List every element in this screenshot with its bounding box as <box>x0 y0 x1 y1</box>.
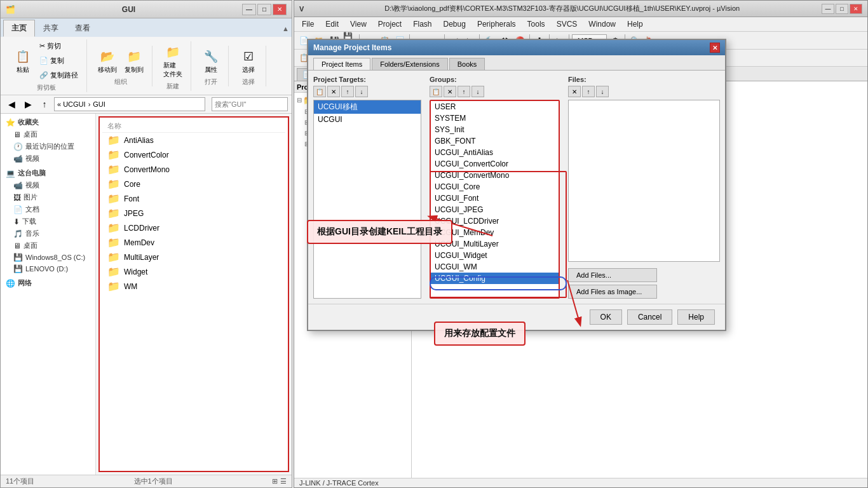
menu-help[interactable]: Help <box>622 18 648 30</box>
copy-button[interactable]: 📄 复制 <box>36 54 81 67</box>
add-files-button[interactable]: Add Files... <box>568 268 657 282</box>
del-group-btn[interactable]: ✕ <box>444 86 456 97</box>
target-item-ucgui-plant[interactable]: UCGUI移植 <box>314 100 421 114</box>
sidebar-item-mdesktop[interactable]: 🖥 桌面 <box>1 240 95 252</box>
menu-file[interactable]: File <box>297 18 319 30</box>
move-to-button[interactable]: 📂 移动到 <box>95 46 120 76</box>
del-target-btn[interactable]: ✕ <box>327 86 340 97</box>
list-item-memdev[interactable]: 📁 MemDev <box>102 235 285 250</box>
sidebar-item-desktop[interactable]: 🖥 桌面 <box>1 128 95 140</box>
up-file-btn[interactable]: ↑ <box>582 86 595 97</box>
list-item-lcddriver[interactable]: 📁 LCDDriver <box>102 220 285 235</box>
group-item-wm[interactable]: UCGUI_WM <box>431 261 559 273</box>
close-button[interactable]: ✕ <box>273 4 287 15</box>
network-header[interactable]: 🌐 网络 <box>1 277 95 289</box>
tab-share[interactable]: 共享 <box>35 20 67 37</box>
address-path[interactable]: « UCGUI › GUI <box>54 97 205 111</box>
forward-button[interactable]: ▶ <box>21 97 35 111</box>
up-target-btn[interactable]: ↑ <box>341 86 354 97</box>
group-item-jpeg[interactable]: UCGUI_JPEG <box>431 204 559 215</box>
list-item-convertmono[interactable]: 📁 ConvertMono <box>102 162 285 177</box>
group-item-config[interactable]: UCGUI_Config <box>431 273 559 284</box>
cancel-button[interactable]: Cancel <box>627 309 672 325</box>
dialog-tabs: Project Items Folders/Extensions Books <box>308 55 725 71</box>
list-view-icon[interactable]: ☰ <box>280 477 287 485</box>
list-item-font[interactable]: 📁 Font <box>102 191 285 206</box>
add-group-btn[interactable]: 📋 <box>430 86 442 97</box>
list-item-antialias[interactable]: 📁 AntiAlias <box>102 133 285 147</box>
add-files-image-button[interactable]: Add Files as Image... <box>568 285 657 299</box>
down-group-btn[interactable]: ↓ <box>471 86 484 97</box>
uv-maximize-button[interactable]: □ <box>836 4 848 14</box>
sidebar-item-ddrive[interactable]: 💾 LENOVO (D:) <box>1 263 95 274</box>
sidebar-item-pictures[interactable]: 🖼 图片 <box>1 191 95 203</box>
cut-button[interactable]: ✂ 剪切 <box>36 39 81 53</box>
list-item-convertcolor[interactable]: 📁 ConvertColor <box>102 147 285 162</box>
target-item-ucgui[interactable]: UCGUI <box>314 114 421 125</box>
up-button[interactable]: ↑ <box>37 97 51 111</box>
select-button[interactable]: ☑ 选择 <box>236 46 261 76</box>
group-item-convertmono[interactable]: UCGUI_ConvertMono <box>431 170 559 181</box>
menu-window[interactable]: Window <box>583 18 621 30</box>
list-item-core[interactable]: 📁 Core <box>102 177 285 191</box>
up-group-btn[interactable]: ↑ <box>458 86 470 97</box>
uv-minimize-button[interactable]: — <box>822 4 834 14</box>
group-item-core[interactable]: UCGUI_Core <box>431 181 559 193</box>
group-item-convertcolor[interactable]: UCGUI_ConvertColor <box>431 158 559 170</box>
menu-view[interactable]: View <box>345 18 372 30</box>
dialog-tab-folders[interactable]: Folders/Extensions <box>372 58 448 70</box>
group-item-widget[interactable]: UCGUI_Widget <box>431 250 559 261</box>
down-target-btn[interactable]: ↓ <box>355 86 368 97</box>
group-item-system[interactable]: SYSTEM <box>431 112 559 124</box>
ribbon-tabs: 主页 共享 查看 ▲ <box>1 18 292 37</box>
menu-tools[interactable]: Tools <box>522 18 550 30</box>
copy-to-button[interactable]: 📁 复制到 <box>121 46 147 76</box>
sidebar-item-docs[interactable]: 📄 文档 <box>1 203 95 215</box>
sidebar-item-downloads[interactable]: ⬇ 下载 <box>1 215 95 227</box>
favorites-header[interactable]: ⭐ 收藏夹 <box>1 116 95 128</box>
minimize-button[interactable]: — <box>242 4 256 15</box>
menu-svcs[interactable]: SVCS <box>552 18 583 30</box>
uv-close-button[interactable]: ✕ <box>850 4 862 14</box>
down-file-btn[interactable]: ↓ <box>596 86 609 97</box>
new-folder-button[interactable]: 📁 新建文件夹 <box>160 41 186 81</box>
menu-flash[interactable]: Flash <box>408 18 437 30</box>
list-item-multilayer[interactable]: 📁 MultiLayer <box>102 250 285 264</box>
paste-button[interactable]: 📋 粘贴 <box>11 46 35 76</box>
help-button[interactable]: Help <box>677 309 715 325</box>
group-item-sysinit[interactable]: SYS_Init <box>431 124 559 135</box>
maximize-button[interactable]: □ <box>257 4 271 15</box>
menu-project[interactable]: Project <box>373 18 407 30</box>
status-bar: 11个项目 选中1个项目 ⊞ ☰ <box>1 475 292 487</box>
grid-view-icon[interactable]: ⊞ <box>272 477 278 485</box>
copy-path-button[interactable]: 🔗 复制路径 <box>36 69 81 82</box>
menu-peripherals[interactable]: Peripherals <box>472 18 521 30</box>
sidebar-item-cdrive[interactable]: 💾 Windows8_OS (C:) <box>1 252 95 263</box>
sidebar-item-music[interactable]: 🎵 音乐 <box>1 227 95 240</box>
sidebar-item-videos[interactable]: 📹 视频 <box>1 152 95 165</box>
dialog-tab-books[interactable]: Books <box>449 58 485 70</box>
list-item-jpeg[interactable]: 📁 JPEG <box>102 206 285 220</box>
add-target-btn[interactable]: 📋 <box>313 86 326 97</box>
list-item-widget[interactable]: 📁 Widget <box>102 264 285 279</box>
group-item-gbkfont[interactable]: GBK_FONT <box>431 135 559 147</box>
search-input[interactable] <box>212 97 288 111</box>
tab-home[interactable]: 主页 <box>3 20 35 37</box>
group-item-antialias[interactable]: UCGUI_AntiAlias <box>431 147 559 158</box>
tab-view[interactable]: 查看 <box>67 20 98 37</box>
thispc-header[interactable]: 💻 这台电脑 <box>1 167 95 179</box>
group-item-font[interactable]: UCGUI_Font <box>431 193 559 204</box>
sidebar-item-recent[interactable]: 🕐 最近访问的位置 <box>1 140 95 152</box>
back-button[interactable]: ◀ <box>4 97 18 111</box>
properties-button[interactable]: 🔧 属性 <box>199 46 223 76</box>
dialog-close-button[interactable]: ✕ <box>710 43 720 53</box>
dialog-tab-project-items[interactable]: Project Items <box>313 58 370 70</box>
ok-button[interactable]: OK <box>590 309 622 325</box>
menu-debug[interactable]: Debug <box>438 18 471 30</box>
ribbon-expand-icon[interactable]: ▲ <box>282 25 289 32</box>
sidebar-item-mvideos[interactable]: 📹 视频 <box>1 179 95 191</box>
group-item-user[interactable]: USER <box>431 101 559 112</box>
del-file-btn[interactable]: ✕ <box>568 86 581 97</box>
menu-edit[interactable]: Edit <box>320 18 344 30</box>
list-item-wm[interactable]: 📁 WM <box>102 279 285 294</box>
